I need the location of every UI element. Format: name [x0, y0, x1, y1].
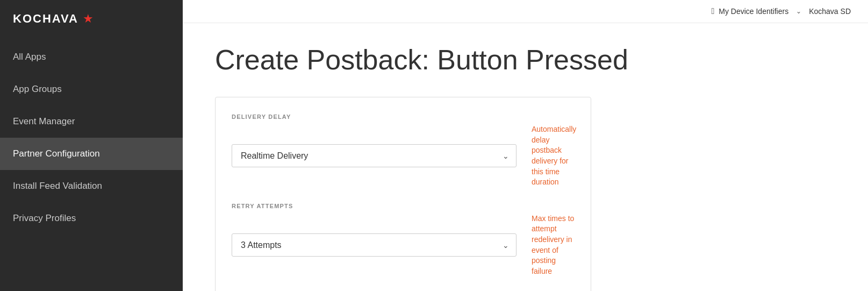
sidebar: KOCHAVA★ All AppsApp GroupsEvent Manager…	[0, 0, 183, 291]
sidebar-item-partner-configuration[interactable]: Partner Configuration	[0, 138, 183, 170]
content-area: Create Postback: Button Pressed DELIVERY…	[183, 23, 868, 291]
topbar:  My Device Identifiers ⌄ Kochava SD	[183, 0, 868, 23]
sidebar-logo: KOCHAVA★	[0, 0, 183, 41]
logo-text: KOCHAVA	[13, 12, 78, 26]
main-area:  My Device Identifiers ⌄ Kochava SD Cre…	[183, 0, 868, 291]
select-retry-attempts[interactable]: 1 Attempt2 Attempts3 Attempts5 Attempts1…	[232, 233, 517, 257]
sidebar-item-all-apps[interactable]: All Apps	[0, 41, 183, 73]
apple-icon: 	[711, 6, 714, 16]
sdk-label: Kochava SD	[809, 7, 851, 16]
select-delivery-delay[interactable]: Realtime Delivery1 Hour6 Hours12 Hours24…	[232, 144, 517, 167]
sidebar-item-install-feed-validation[interactable]: Install Feed Validation	[0, 170, 183, 202]
select-wrapper-delivery-delay: Realtime Delivery1 Hour6 Hours12 Hours24…	[232, 144, 517, 167]
field-label-retry-attempts: RETRY ATTEMPTS	[232, 203, 575, 209]
field-row-retry-attempts: 1 Attempt2 Attempts3 Attempts5 Attempts1…	[232, 214, 575, 277]
field-group-delivery-delay: DELIVERY DELAYRealtime Delivery1 Hour6 H…	[232, 113, 575, 188]
field-group-retry-attempts: RETRY ATTEMPTS1 Attempt2 Attempts3 Attem…	[232, 203, 575, 277]
sidebar-item-privacy-profiles[interactable]: Privacy Profiles	[0, 202, 183, 235]
sidebar-item-app-groups[interactable]: App Groups	[0, 73, 183, 105]
field-row-delivery-delay: Realtime Delivery1 Hour6 Hours12 Hours24…	[232, 124, 575, 188]
form-section: DELIVERY DELAYRealtime Delivery1 Hour6 H…	[215, 97, 591, 291]
logo-star: ★	[83, 12, 94, 26]
sidebar-item-event-manager[interactable]: Event Manager	[0, 105, 183, 138]
select-wrapper-retry-attempts: 1 Attempt2 Attempts3 Attempts5 Attempts1…	[232, 233, 517, 257]
field-hint-retry-attempts: Max times to attempt redelivery in event…	[532, 214, 575, 277]
sidebar-nav: All AppsApp GroupsEvent ManagerPartner C…	[0, 41, 183, 235]
device-identifiers-label[interactable]: My Device Identifiers	[719, 7, 788, 16]
page-title: Create Postback: Button Pressed	[215, 45, 836, 75]
field-hint-delivery-delay: Automatically delay postback delivery fo…	[532, 124, 576, 188]
device-identifiers-chevron[interactable]: ⌄	[796, 8, 801, 15]
field-label-delivery-delay: DELIVERY DELAY	[232, 113, 575, 120]
